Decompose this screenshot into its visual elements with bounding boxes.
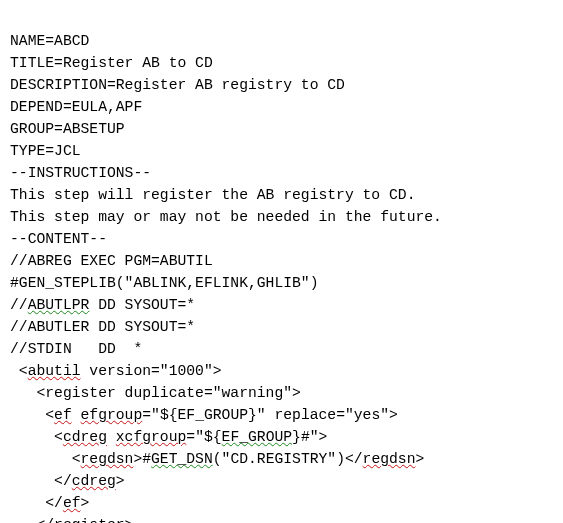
line: NAME=ABCD <box>10 33 89 49</box>
line: <cdreg xcfgroup="${EF_GROUP}#"> <box>10 429 327 445</box>
line: DESCRIPTION=Register AB registry to CD <box>10 77 345 93</box>
line: //ABUTLER DD SYSOUT=* <box>10 319 195 335</box>
line: </ef> <box>10 495 89 511</box>
line: GROUP=ABSETUP <box>10 121 125 137</box>
line: This step may or may not be needed in th… <box>10 209 442 225</box>
line: <ef efgroup="${EF_GROUP}" replace="yes"> <box>10 407 398 423</box>
line: <abutil version="1000"> <box>10 363 222 379</box>
line: DEPEND=EULA,APF <box>10 99 142 115</box>
line: </cdreg> <box>10 473 125 489</box>
line: //ABREG EXEC PGM=ABUTIL <box>10 253 213 269</box>
line: </register> <box>10 517 133 523</box>
line: <regdsn>#GET_DSN("CD.REGISTRY")</regdsn> <box>10 451 424 467</box>
line: <register duplicate="warning"> <box>10 385 301 401</box>
line: //ABUTLPR DD SYSOUT=* <box>10 297 195 313</box>
line: #GEN_STEPLIB("ABLINK,EFLINK,GHLIB") <box>10 275 319 291</box>
line: --CONTENT-- <box>10 231 107 247</box>
code-block: NAME=ABCD TITLE=Register AB to CD DESCRI… <box>10 8 557 523</box>
line: //STDIN DD * <box>10 341 142 357</box>
line: TITLE=Register AB to CD <box>10 55 213 71</box>
line: --INSTRUCTIONS-- <box>10 165 151 181</box>
line: TYPE=JCL <box>10 143 81 159</box>
line: This step will register the AB registry … <box>10 187 415 203</box>
